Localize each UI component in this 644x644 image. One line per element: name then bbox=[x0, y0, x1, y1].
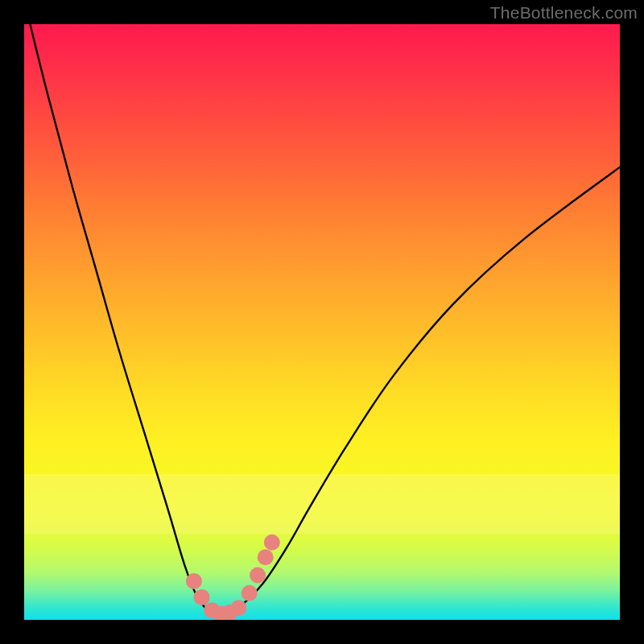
highlight-dots bbox=[186, 535, 280, 620]
watermark-text: TheBottleneck.com bbox=[490, 3, 638, 23]
chart-frame: TheBottleneck.com bbox=[0, 0, 644, 644]
highlight-dot bbox=[258, 549, 274, 565]
highlight-dot bbox=[242, 585, 258, 601]
highlight-dot bbox=[186, 573, 202, 589]
bottleneck-curve bbox=[30, 24, 620, 614]
highlight-dot bbox=[194, 589, 210, 605]
plot-area bbox=[24, 24, 620, 620]
highlight-dot bbox=[230, 600, 246, 616]
highlight-dot bbox=[264, 535, 280, 551]
curve-layer bbox=[24, 24, 620, 620]
highlight-dot bbox=[250, 568, 266, 584]
